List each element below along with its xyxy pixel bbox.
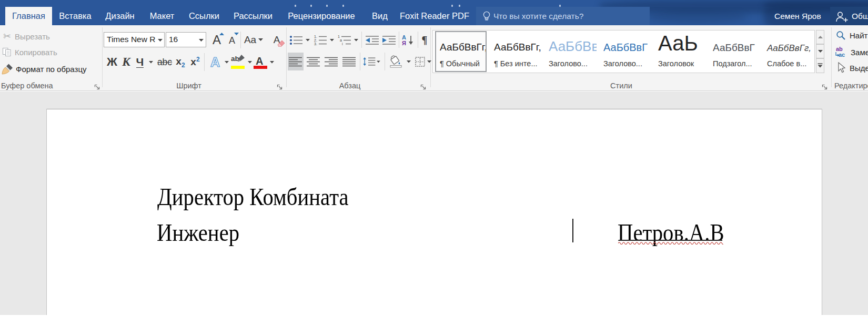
tab-design[interactable]: Дизайн [105, 7, 134, 25]
tab-mailings[interactable]: Рассылки [234, 7, 272, 25]
divider [360, 53, 360, 70]
find-button[interactable]: Найти [836, 30, 868, 40]
show-marks-button[interactable]: ¶ [419, 33, 430, 47]
strikethrough-button[interactable]: abc [157, 53, 173, 71]
numbering-icon: 1.2.3. [314, 35, 327, 45]
paragraph-dialog-launcher[interactable] [420, 83, 427, 89]
font-name-value: Times New R [107, 35, 155, 44]
font-dialog-launcher[interactable] [277, 83, 283, 89]
tab-review[interactable]: Рецензирование [288, 7, 355, 25]
numbering-dropdown[interactable] [328, 33, 335, 47]
style-card-normal[interactable]: АаБбВвГг, ¶ Обычный [435, 31, 487, 72]
share-button[interactable]: Общ [830, 7, 868, 25]
style-card-heading2[interactable]: АаБбВвГ Заголово... [600, 31, 651, 72]
style-name: Заголовок [658, 59, 694, 68]
user-name[interactable]: Семен Яров [774, 7, 821, 25]
ribbon-tab-bar: Главная Вставка Дизайн Макет Ссылки Расс… [0, 7, 868, 25]
style-card-title[interactable]: АаЬ Заголовок [654, 31, 706, 72]
style-card-heading1[interactable]: АаБбВв Заголово... [545, 31, 597, 72]
divider [240, 32, 241, 48]
line-spacing-button[interactable] [362, 53, 380, 70]
svg-text:1.: 1. [314, 35, 317, 38]
cut-button[interactable]: ✂ Вырезать [3, 32, 50, 41]
underline-button[interactable]: Ч [134, 53, 146, 71]
styles-dialog-launcher[interactable] [822, 83, 828, 89]
superscript-glyph: x2 [190, 56, 199, 68]
align-left-button[interactable] [288, 53, 304, 70]
superscript-x: x [190, 57, 196, 68]
svg-text:2.: 2. [314, 38, 317, 42]
bullets-button[interactable] [289, 33, 304, 47]
font-size-combo[interactable]: 16 [166, 32, 206, 47]
multilevel-dropdown[interactable] [352, 33, 359, 47]
shading-dropdown[interactable] [405, 53, 412, 70]
bold-button[interactable]: Ж [105, 53, 119, 71]
align-center-button[interactable] [306, 53, 321, 70]
align-right-button[interactable] [324, 53, 339, 70]
increase-indent-button[interactable] [381, 33, 397, 47]
highlight-pen-icon [237, 54, 245, 63]
tell-me-label: Что вы хотите сделать? [493, 7, 583, 25]
tab-view[interactable]: Вид [372, 7, 388, 25]
spellcheck-squiggle [618, 241, 723, 245]
text-effects-dropdown[interactable] [223, 53, 230, 71]
clipboard-dialog-launcher[interactable] [94, 83, 100, 89]
copy-button[interactable]: Копировать [2, 47, 57, 57]
sort-button[interactable]: А Я [401, 33, 416, 47]
highlight-dropdown[interactable] [246, 53, 254, 71]
shading-icon [389, 55, 403, 68]
bullets-dropdown[interactable] [304, 33, 311, 47]
tab-foxit-pdf[interactable]: Foxit Reader PDF [400, 7, 469, 25]
replace-button[interactable]: ab ac Заменить [834, 46, 868, 58]
styles-more-button[interactable] [816, 58, 824, 73]
styles-scroll-up-button[interactable] [816, 30, 824, 44]
superscript-button[interactable]: x2 [188, 53, 202, 71]
subscript-button[interactable]: x2 [174, 53, 187, 71]
style-card-subtle-emphasis[interactable]: АаБбВвГг, Слабое в... [763, 31, 815, 72]
style-card-subtitle[interactable]: АаБбВвГ Подзагол... [709, 31, 761, 72]
chevron-down-icon [149, 61, 153, 64]
align-center-icon [307, 57, 320, 67]
font-name-combo[interactable]: Times New R [104, 32, 165, 47]
select-button[interactable]: Выделить [836, 62, 868, 74]
shrink-font-button[interactable]: А [225, 34, 239, 48]
borders-button[interactable] [413, 53, 426, 70]
change-case-button[interactable]: Aa [243, 32, 264, 48]
svg-text:i: i [342, 42, 343, 45]
text-effects-button[interactable]: А [207, 53, 223, 71]
decrease-indent-button[interactable] [364, 33, 380, 47]
italic-button[interactable]: К [120, 53, 133, 71]
grow-font-button[interactable]: А [209, 32, 224, 48]
titlebar-decor [764, 0, 868, 7]
numbering-button[interactable]: 1.2.3. [313, 33, 328, 47]
group-divider [286, 27, 287, 87]
underline-dropdown[interactable] [147, 53, 155, 71]
font-color-dropdown[interactable] [268, 53, 276, 71]
shading-button[interactable] [388, 53, 405, 70]
divider [385, 53, 385, 70]
highlight-color-bar [231, 66, 245, 69]
divider [361, 32, 362, 48]
document-area[interactable]: Директор Комбината Инженер Петров.А.В [0, 91, 868, 336]
group-divider [102, 27, 103, 87]
font-color-button[interactable]: А [254, 53, 267, 71]
eraser-icon [277, 40, 285, 47]
justify-button[interactable] [341, 53, 357, 70]
tab-home[interactable]: Главная [5, 7, 52, 25]
highlight-button[interactable]: ab [230, 53, 245, 71]
multilevel-list-button[interactable]: 1ai [337, 33, 352, 47]
tell-me-box[interactable]: Что вы хотите сделать? [476, 7, 650, 25]
style-card-no-spacing[interactable]: АаБбВвГг, ¶ Без инте... [490, 31, 542, 72]
style-sample: АаБбВвГг, [494, 42, 541, 53]
chevron-down-icon [225, 61, 229, 64]
scissors-icon: ✂ [3, 32, 11, 41]
borders-dropdown[interactable] [426, 53, 432, 70]
chevron-down-icon [377, 60, 380, 63]
clear-formatting-button[interactable]: А [268, 32, 285, 48]
tab-references[interactable]: Ссылки [189, 7, 219, 25]
tab-layout[interactable]: Макет [150, 7, 175, 25]
borders-icon [415, 57, 425, 67]
tab-insert[interactable]: Вставка [59, 7, 91, 25]
styles-scroll-down-button[interactable] [816, 44, 824, 58]
format-painter-button[interactable]: Формат по образцу [2, 64, 87, 75]
